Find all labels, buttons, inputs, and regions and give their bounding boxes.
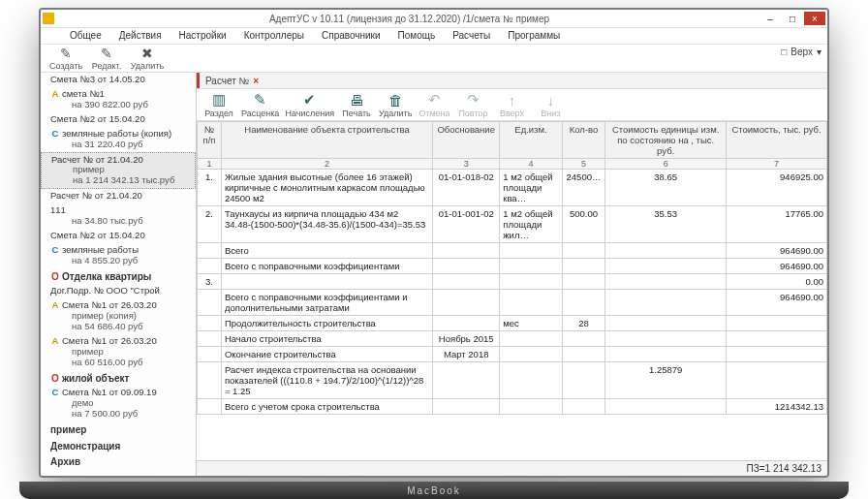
cell-kol — [562, 243, 605, 259]
tab-close-icon[interactable]: × — [253, 76, 259, 86]
view-shelf[interactable]: □ Верх ▾ — [775, 45, 827, 59]
table-row[interactable]: Всего с поправочными коэффициентами96469… — [198, 259, 827, 274]
cell-osn — [433, 399, 500, 415]
cell-kol — [562, 399, 605, 415]
tb-icon: ↓ — [547, 91, 555, 109]
menu-3[interactable]: Контроллеры — [244, 30, 304, 41]
tree-item-14[interactable]: CСмета №1 от 09.09.19демона 7 500.00 руб — [41, 386, 196, 421]
tree-sub: на 31 220.40 руб — [50, 140, 192, 150]
tree-sub2: на 7 500.00 руб — [50, 409, 192, 420]
table-row[interactable]: Продолжительность строительствамес28 — [198, 316, 827, 331]
menu-0[interactable]: Общее — [70, 30, 102, 41]
tree-item-12[interactable]: AСмета №1 от 26.03.20примерна 60 516.00 … — [41, 334, 196, 370]
col-2[interactable]: Обоснование — [433, 122, 500, 159]
badge-icon: A — [50, 89, 60, 100]
maximize-button[interactable]: □ — [782, 12, 803, 25]
calendar-icon[interactable]: □ — [781, 47, 787, 57]
tb-Раздел[interactable]: ▥Раздел — [202, 91, 235, 118]
menu-7[interactable]: Программы — [508, 30, 560, 41]
col-0[interactable]: № п/п — [198, 122, 222, 159]
cell-price — [605, 259, 727, 274]
tree-item-16[interactable]: Демонстрация — [41, 438, 196, 454]
tool-Создать[interactable]: ✎Создать — [46, 46, 85, 71]
cell-osn — [433, 316, 500, 331]
tree-item-2[interactable]: Смета №2 от 15.04.20 — [41, 112, 196, 127]
table-row[interactable]: Начало строительстваНоябрь 2015 — [198, 331, 827, 347]
table-row[interactable]: 2.Таунхаусы из кирпича площадью 434 м234… — [198, 206, 827, 243]
col-5[interactable]: Стоимость единицы изм. по состоянию на ,… — [605, 122, 727, 159]
estimate-grid[interactable]: № п/пНаименование объекта строительстваО… — [197, 121, 827, 460]
tb-icon: ▥ — [212, 91, 226, 109]
tb-Расценка[interactable]: ✎Расценка — [241, 91, 279, 118]
cell-osn — [433, 274, 500, 290]
cell-ed: 1 м2 общей площади жил… — [500, 206, 562, 243]
tb-icon: 🖶 — [350, 91, 364, 109]
cell-price — [605, 316, 727, 331]
menubar: ОбщееДействияНастройкиКонтроллерыСправоч… — [41, 28, 827, 45]
tree-item-9[interactable]: OОтделка квартиры — [41, 268, 196, 285]
tb-Начисления[interactable]: ✔Начисления — [285, 91, 334, 118]
tb-Удалить[interactable]: 🗑Удалить — [379, 91, 412, 118]
badge-icon: C — [50, 388, 60, 398]
tool-Удалить[interactable]: ✖Удалить — [128, 46, 167, 71]
tree-item-11[interactable]: AСмета №1 от 26.03.20пример (копия)на 54… — [41, 298, 196, 334]
col-6[interactable]: Стоимость, тыс. руб. — [727, 122, 827, 159]
tool-label: Создать — [49, 61, 82, 71]
tree-item-7[interactable]: Смета №2 от 15.04.20 — [41, 229, 196, 243]
tree-label: Смета №1 от 26.03.20 — [62, 299, 157, 310]
table-row[interactable]: Окончание строительстваМарт 2018 — [198, 347, 827, 362]
menu-6[interactable]: Расчеты — [452, 30, 490, 41]
table-row[interactable]: 1.Жилые здания высотные (более 16 этажей… — [198, 170, 827, 206]
tree-item-5[interactable]: Расчет № от 21.04.20 — [41, 189, 196, 203]
table-row[interactable]: Всего с учетом срока строительства121434… — [198, 399, 827, 415]
table-row[interactable]: Расчет индекса строительства на основани… — [198, 362, 827, 399]
tree-item-13[interactable]: Oжилой объект — [41, 370, 196, 387]
tb-icon: ✎ — [254, 91, 266, 109]
close-button[interactable]: × — [804, 12, 825, 25]
cell-osn — [433, 362, 500, 399]
tree-item-3[interactable]: Cземляные работы (копия)на 31 220.40 руб — [41, 127, 196, 152]
tb-label: Повтор — [458, 109, 487, 118]
tree-item-0[interactable]: Смета №3 от 14.05.20 — [41, 73, 196, 87]
tool-Редакт.[interactable]: ✎Редакт. — [87, 46, 126, 71]
menu-5[interactable]: Помощь — [398, 30, 436, 41]
menu-1[interactable]: Действия — [119, 30, 162, 41]
tree-label: земляные работы (копия) — [62, 128, 171, 139]
tree-label: Смета №1 от 26.03.20 — [62, 335, 157, 346]
table-row[interactable]: 3.0.00 — [198, 274, 827, 290]
cell-kol: 28 — [562, 316, 605, 331]
estimate-toolbar: ▥Раздел✎Расценка✔Начисления🖶Печать🗑Удали… — [197, 89, 827, 121]
tree-item-10[interactable]: Дог.Подр. № ООО "Строй — [41, 284, 196, 298]
tool-icon: ✎ — [101, 46, 112, 61]
tree-label: Дог.Подр. № ООО "Строй — [50, 285, 160, 296]
col-3[interactable]: Ед.изм. — [500, 122, 562, 159]
chevron-down-icon[interactable]: ▾ — [817, 47, 822, 57]
tree-item-1[interactable]: Aсмета №1на 390 822.00 руб — [41, 87, 196, 112]
cell-n: 2. — [198, 206, 222, 243]
cell-n — [198, 290, 222, 316]
minimize-button[interactable]: – — [760, 12, 781, 25]
tree-item-15[interactable]: пример — [41, 421, 196, 438]
tree-label: земляные работы — [62, 244, 139, 255]
cell-ed — [500, 399, 562, 415]
tree-label: Смета №3 от 14.05.20 — [50, 74, 145, 84]
project-tree[interactable]: Смета №3 от 14.05.20Aсмета №1на 390 822.… — [41, 73, 197, 476]
tree-item-8[interactable]: Cземляные работына 4 855.20 руб — [41, 243, 196, 268]
menu-2[interactable]: Настройки — [179, 30, 227, 41]
table-row[interactable]: Всего с поправочными коэффициентами и до… — [198, 290, 827, 316]
table-row[interactable]: Всего964690.00 — [198, 243, 827, 259]
col-1[interactable]: Наименование объекта строительства — [221, 122, 432, 159]
tb-Печать[interactable]: 🖶Печать — [340, 91, 373, 118]
col-4[interactable]: Кол-во — [562, 122, 605, 159]
tree-item-6[interactable]: 111на 34.80 тыс.руб — [41, 203, 196, 229]
tree-label: Архив — [50, 456, 80, 467]
menu-4[interactable]: Справочники — [322, 30, 381, 41]
tab-row: Расчет № × — [197, 73, 827, 89]
cell-n: 1. — [198, 170, 222, 206]
cell-ed — [500, 347, 562, 362]
tree-item-4[interactable]: Расчет № от 21.04.20примерна 1 214 342.1… — [41, 152, 196, 190]
tree-item-17[interactable]: Архив — [41, 453, 196, 470]
app-icon — [43, 13, 54, 24]
tb-icon: ↷ — [467, 91, 480, 109]
tab-raschet[interactable]: Расчет № × — [200, 76, 264, 86]
